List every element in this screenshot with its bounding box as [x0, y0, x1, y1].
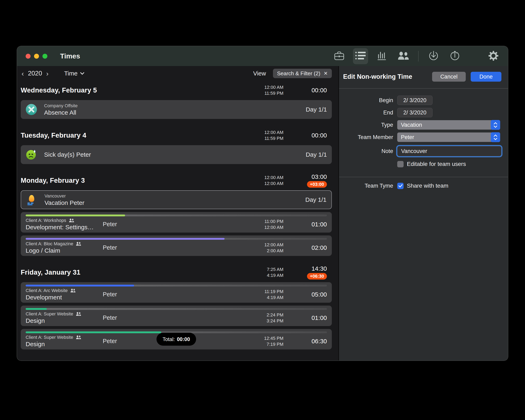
chevron-down-icon [80, 72, 84, 75]
import-button[interactable] [426, 48, 441, 64]
project-name: Client A: Super Website [26, 311, 73, 317]
year-label: 2020 [28, 70, 42, 77]
time-entries-pane: ‹ 2020 › Time View Search & Filter (2) [17, 66, 338, 361]
absence-entry-card[interactable]: Sick day(s) Peter Day 1/1 [21, 145, 332, 164]
gear-icon [488, 51, 498, 62]
prev-year-button[interactable]: ‹ [21, 70, 25, 77]
entry-duration: 06:30 [288, 338, 327, 345]
sunset-icon [26, 194, 38, 205]
day-list: Wednesday, February 5 12:00 AM11:59 PM 0… [17, 81, 338, 361]
day-title: Monday, February 3 [21, 177, 85, 184]
person-name: Peter [103, 221, 117, 228]
minimize-window-button[interactable] [34, 54, 39, 59]
person-name: Peter [103, 291, 117, 298]
clear-filter-icon[interactable]: ✕ [324, 71, 328, 76]
team-member-select-value: Peter [401, 134, 414, 140]
progress-bar [26, 285, 327, 287]
time-entry-card[interactable]: Client A: Super Website Design Peter 2:2… [21, 306, 332, 326]
export-button[interactable] [447, 48, 462, 64]
list-toolbar: ‹ 2020 › Time View Search & Filter (2) [17, 66, 338, 81]
day-header: Tuesday, February 4 12:00 AM11:59 PM 00:… [21, 127, 332, 144]
task-name: Logo / Claim [26, 247, 103, 254]
toolbar [332, 48, 501, 64]
progress-bar-fill [26, 285, 134, 287]
running-total-pill: Total:00:00 [157, 333, 196, 346]
times-app-window: Times [17, 46, 508, 361]
zoom-window-button[interactable] [42, 54, 47, 59]
day-time-range: 12:00 AM11:59 PM [253, 84, 283, 96]
note-input[interactable] [397, 146, 501, 156]
day-section: Wednesday, February 5 12:00 AM11:59 PM 0… [21, 82, 332, 119]
project-name: Client A: Super Website [26, 335, 73, 340]
person-name: Peter [103, 244, 117, 251]
day-header: Monday, February 3 12:00 AM12:00 AM 03:0… [21, 172, 332, 189]
shared-people-icon [76, 335, 81, 339]
progress-bar-fill [26, 331, 161, 333]
team-member-select-stepper[interactable] [491, 132, 500, 142]
end-date-field[interactable]: 2/ 3/2020 [397, 108, 432, 117]
view-menu[interactable]: View [253, 70, 266, 77]
projects-button[interactable] [332, 48, 347, 64]
shared-people-icon [70, 289, 76, 293]
cancel-button[interactable]: Cancel [432, 72, 466, 82]
absence-title: Sick day(s) Peter [44, 151, 91, 158]
person-name: Peter [103, 338, 117, 345]
shared-people-icon [76, 242, 81, 246]
project-name: Client A: Workshops [26, 218, 66, 223]
time-entry-card[interactable]: Client A: Arc Website Development Peter … [21, 282, 332, 303]
done-button[interactable]: Done [471, 72, 501, 82]
traffic-lights [26, 54, 47, 59]
team-button[interactable] [396, 48, 411, 64]
entry-duration: 02:00 [288, 244, 327, 251]
day-entries: Company Offsite Absence All Day 1/1 [21, 100, 332, 119]
absence-entry-card[interactable]: Company Offsite Absence All Day 1/1 [21, 100, 332, 119]
begin-date-field[interactable]: 2/ 3/2020 [397, 96, 432, 105]
settings-button[interactable] [486, 48, 501, 64]
panel-title: Edit Non-working Time [343, 73, 432, 80]
progress-bar [26, 308, 327, 310]
entry-duration: 01:00 [288, 314, 327, 321]
type-select[interactable]: Vacation [397, 120, 500, 130]
next-year-button[interactable]: › [45, 70, 49, 77]
team-member-select[interactable]: Peter [397, 132, 500, 142]
time-entry-card[interactable]: Client A: Super Website Design Peter 12:… [21, 329, 332, 349]
day-total-duration: 03:00 [311, 173, 327, 180]
share-with-team-label: Share with team [407, 183, 448, 189]
close-window-button[interactable] [26, 54, 30, 59]
entry-time-range: 2:24 PM3:24 PM [253, 312, 283, 324]
team-member-label: Team Member [343, 134, 393, 140]
panel-divider [339, 177, 508, 177]
day-header: Wednesday, February 5 12:00 AM11:59 PM 0… [21, 82, 332, 98]
absence-subtitle: Vancouver [45, 193, 84, 199]
search-filter-button[interactable]: Search & Filter (2) ✕ [273, 69, 332, 78]
share-with-team-checkbox[interactable] [397, 183, 403, 189]
desktop: Times [0, 0, 525, 420]
time-entry-card[interactable]: Client A: Workshops Development: Setting… [21, 212, 332, 233]
absence-entry-card[interactable]: Vancouver Vacation Peter Day 1/1 [21, 190, 332, 209]
shared-people-icon [69, 218, 74, 223]
briefcase-icon [334, 51, 344, 61]
day-time-range: 12:00 AM11:59 PM [253, 129, 283, 141]
entry-duration: 01:00 [288, 221, 327, 228]
offsite-x-icon [26, 104, 37, 115]
time-scope-dropdown[interactable]: Time [64, 70, 85, 77]
edit-nonworking-panel: Edit Non-working Time Cancel Done Begin … [339, 66, 508, 361]
overtime-badge: +06:30 [307, 273, 327, 280]
search-filter-label: Search & Filter (2) [277, 70, 320, 77]
list-icon [355, 51, 366, 61]
entry-time-range: 12:00 AM2:00 AM [253, 242, 283, 254]
editable-for-team-checkbox[interactable] [397, 161, 403, 167]
person-name: Peter [103, 314, 117, 321]
progress-bar-fill [26, 238, 225, 240]
task-name: Development: Settings… [26, 224, 103, 231]
time-entry-card[interactable]: Client A: Bloc Magazine Logo / Claim Pet… [21, 235, 332, 256]
day-total-duration: 14:30 [311, 265, 327, 272]
absence-day-range: Day 1/1 [306, 151, 327, 158]
times-list-button[interactable] [353, 48, 368, 64]
note-label: Note [343, 148, 393, 154]
statistics-button[interactable] [374, 48, 389, 64]
day-entries: Sick day(s) Peter Day 1/1 [21, 145, 332, 164]
type-select-stepper[interactable] [491, 120, 500, 130]
progress-bar [26, 238, 327, 240]
absence-day-range: Day 1/1 [305, 196, 327, 203]
